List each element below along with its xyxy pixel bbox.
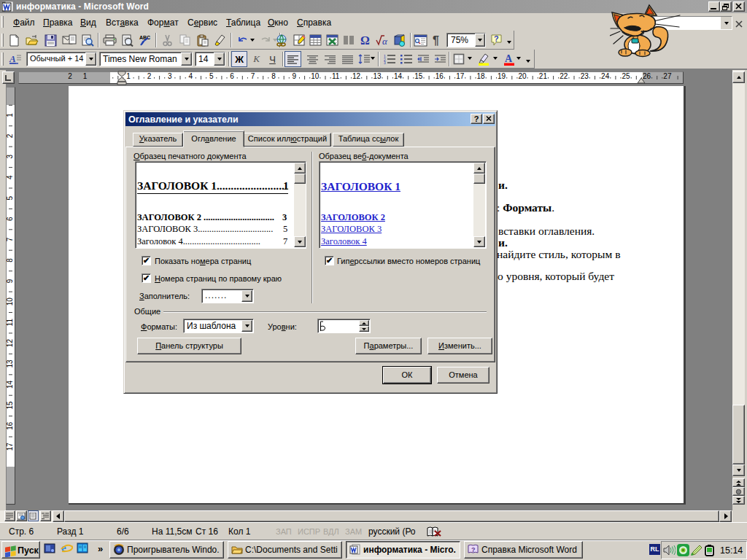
svg-text:9: 9 <box>6 279 14 283</box>
svg-text:14: 14 <box>6 381 14 389</box>
svg-text:8: 8 <box>6 258 14 262</box>
svg-text:5: 5 <box>6 195 14 200</box>
svg-text:4: 4 <box>6 175 14 179</box>
svg-text:6: 6 <box>6 217 14 221</box>
svg-text:?: ? <box>471 546 476 553</box>
svg-text:?: ? <box>494 34 499 43</box>
svg-text:12: 12 <box>6 339 14 348</box>
svg-text:3: 3 <box>6 155 14 159</box>
svg-text:ABC: ABC <box>139 35 150 40</box>
svg-text:A: A <box>9 53 16 64</box>
svg-text:16: 16 <box>6 421 14 430</box>
svg-text:¶: ¶ <box>433 34 439 46</box>
svg-text:11: 11 <box>6 319 14 327</box>
svg-text:α: α <box>382 36 388 46</box>
svg-text:15: 15 <box>6 401 14 410</box>
svg-text:2: 2 <box>6 133 14 138</box>
svg-text:3: 3 <box>384 61 386 64</box>
svg-text:13: 13 <box>6 359 14 368</box>
svg-text:7: 7 <box>6 237 14 241</box>
svg-text:Ω: Ω <box>360 34 370 46</box>
svg-text:10: 10 <box>6 298 14 306</box>
svg-text:17: 17 <box>6 443 14 451</box>
svg-text:1: 1 <box>6 113 14 117</box>
svg-text:A: A <box>505 53 513 64</box>
